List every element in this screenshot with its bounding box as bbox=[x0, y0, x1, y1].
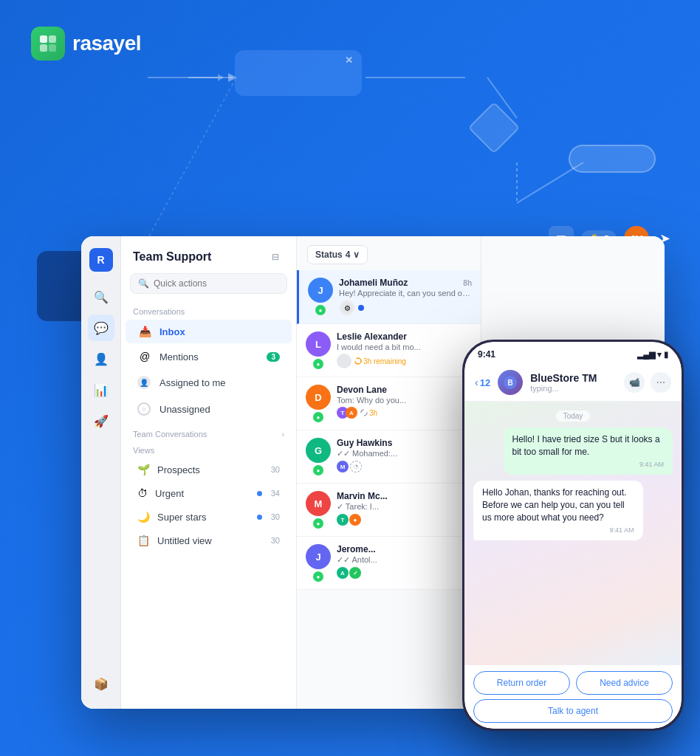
team-conversations-section[interactable]: Team Conversations › bbox=[121, 422, 296, 441]
conv-avatar: M bbox=[306, 491, 331, 516]
app-name: rasayel bbox=[72, 32, 141, 55]
collapse-button[interactable]: ⊟ bbox=[267, 248, 284, 266]
whatsapp-icon: ● bbox=[313, 571, 323, 582]
nav-apps[interactable]: 📦 bbox=[88, 670, 114, 697]
agent-avatars: T A bbox=[337, 407, 357, 419]
workspace-letter: R bbox=[97, 254, 104, 266]
conv-preview: Hey! Appreciate it, can you send over th… bbox=[339, 289, 472, 298]
talk-to-agent-button[interactable]: Talk to agent bbox=[473, 699, 673, 723]
team-chevron-icon: › bbox=[282, 430, 284, 439]
message-text: Hello Johan, thanks for reaching out. Be… bbox=[482, 487, 626, 523]
urgent-count: 34 bbox=[271, 489, 280, 498]
status-filter-button[interactable]: Status 4 ∨ bbox=[307, 245, 368, 264]
nav-contacts[interactable]: 👤 bbox=[88, 346, 114, 372]
conv-guy[interactable]: G ● Guy Hawkins ✓✓ Mohamed:... M ◔ bbox=[297, 430, 481, 484]
video-call-button[interactable]: 📹 bbox=[624, 372, 645, 393]
svg-line-2 bbox=[487, 78, 517, 118]
nav-inbox[interactable]: 📥 Inbox bbox=[126, 320, 292, 343]
conv-avatar: J bbox=[306, 544, 331, 569]
message-text: Hello! I have tried size S but it looks … bbox=[512, 434, 660, 457]
conv-info: Guy Hawkins ✓✓ Mohamed:... M ◔ bbox=[337, 438, 472, 475]
nav-campaigns[interactable]: 🚀 bbox=[88, 408, 114, 434]
chat-name-area: BlueStore TM typing... bbox=[530, 372, 617, 393]
phone-mockup: 9:41 ▂▄▆ ▾ ▮ ‹ 12 B BlueStore TM typing. bbox=[462, 340, 684, 731]
untitled-icon: 📋 bbox=[137, 535, 150, 546]
conv-avatar: G bbox=[306, 438, 331, 463]
more-options-button[interactable]: ⋯ bbox=[651, 372, 671, 393]
conv-johameli[interactable]: J ● Johameli Muñoz 8h Hey! Appreciate it… bbox=[297, 270, 481, 324]
view-superstars[interactable]: 🌙 Super stars 30 bbox=[126, 506, 292, 528]
mentions-icon: @ bbox=[137, 351, 152, 362]
timer-badge: 3h remaining bbox=[354, 357, 406, 365]
svg-rect-9 bbox=[49, 44, 56, 52]
agent-avatar: A bbox=[337, 567, 349, 579]
back-button[interactable]: ‹ 12 bbox=[475, 377, 490, 388]
return-order-button[interactable]: Return order bbox=[473, 671, 570, 695]
flow-arrow bbox=[188, 69, 225, 86]
conv-name-text: Guy Hawkins bbox=[337, 438, 392, 448]
status-chevron-icon: ∨ bbox=[353, 250, 360, 260]
battery-icon: ▮ bbox=[664, 350, 668, 360]
conv-info: Devon Lane Tom: Why do you... T A 3h bbox=[337, 385, 472, 422]
conv-footer: M ◔ bbox=[337, 461, 472, 472]
superstars-dot bbox=[257, 515, 262, 520]
svg-rect-7 bbox=[49, 35, 56, 43]
timer-circle: ◔ bbox=[350, 461, 362, 472]
conv-leslie[interactable]: L ● Leslie Alexander I would need a bit … bbox=[297, 324, 481, 377]
conv-footer: 3h remaining bbox=[337, 354, 472, 368]
nav-search[interactable]: 🔍 bbox=[88, 284, 114, 310]
prospects-icon: 🌱 bbox=[137, 464, 150, 475]
nav-unassigned[interactable]: ○ Unassigned bbox=[126, 396, 292, 422]
views-label: Views bbox=[121, 441, 296, 458]
view-prospects[interactable]: 🌱 Prospects 30 bbox=[126, 458, 292, 481]
search-box[interactable]: 🔍 bbox=[130, 273, 287, 294]
superstars-label: Super stars bbox=[157, 512, 250, 523]
superstars-icon: 🌙 bbox=[137, 511, 150, 523]
conv-jerome[interactable]: J ● Jerome... ✓✓ Antol... A ✓ bbox=[297, 537, 481, 590]
view-untitled[interactable]: 📋 Untitled view 30 bbox=[126, 529, 292, 551]
unread-indicator bbox=[358, 305, 364, 311]
logo-area: rasayel bbox=[31, 27, 141, 61]
need-advice-button[interactable]: Need advice bbox=[576, 671, 673, 695]
conv-name-text: Marvin Mc... bbox=[337, 491, 388, 501]
flow-node-diamond1 bbox=[468, 102, 521, 154]
conv-marvin[interactable]: M ● Marvin Mc... ✓ Tarek: I... T ● bbox=[297, 484, 481, 537]
view-urgent[interactable]: ⏱ Urgent 34 bbox=[126, 482, 292, 504]
agent-avatar: T bbox=[337, 514, 349, 526]
untitled-count: 30 bbox=[271, 536, 280, 545]
timer-badge: 3h bbox=[360, 409, 377, 417]
conv-footer: T ● bbox=[337, 514, 472, 526]
status-count: 4 bbox=[346, 250, 351, 260]
agent-avatars: M ◔ bbox=[337, 461, 362, 472]
conv-info: Jerome... ✓✓ Antol... A ✓ bbox=[337, 544, 472, 582]
whatsapp-icon: ● bbox=[313, 518, 323, 529]
nav-conversations[interactable]: 💬 bbox=[88, 315, 114, 341]
status-label: Status bbox=[315, 250, 343, 260]
prospects-label: Prospects bbox=[157, 464, 264, 475]
whatsapp-icon: ● bbox=[315, 305, 326, 315]
nav-assigned-to-me[interactable]: 👤 Assigned to me bbox=[126, 370, 292, 395]
whatsapp-icon: ● bbox=[313, 465, 323, 475]
conv-info: Johameli Muñoz 8h Hey! Appreciate it, ca… bbox=[339, 278, 472, 316]
phone-time: 9:41 bbox=[478, 349, 495, 360]
conv-footer: ⚙ bbox=[339, 300, 472, 316]
assigned-icon: 👤 bbox=[137, 376, 152, 389]
flow-node-close: ✕ bbox=[235, 50, 362, 96]
svg-rect-6 bbox=[40, 35, 47, 43]
conv-avatar: J bbox=[308, 278, 333, 303]
conv-avatar: D bbox=[306, 385, 331, 410]
search-input[interactable] bbox=[154, 278, 279, 289]
workspace-badge[interactable]: R bbox=[89, 248, 113, 272]
inbox-label: Inbox bbox=[159, 326, 280, 337]
nav-reports[interactable]: 📊 bbox=[88, 377, 114, 403]
svg-point-14 bbox=[361, 410, 367, 416]
conversation-list-panel: Status 4 ∨ J ● Johameli Muñoz 8h Hey! Ap… bbox=[297, 236, 481, 709]
conv-devon[interactable]: D ● Devon Lane Tom: Why do you... T A bbox=[297, 377, 481, 430]
agent-avatar-2: A bbox=[346, 407, 357, 419]
signal-bars: ▂▄▆ bbox=[637, 350, 655, 360]
quick-reply-area: Return order Need advice Talk to agent bbox=[464, 665, 682, 729]
panel-header: Team Support ⊟ bbox=[121, 236, 296, 273]
nav-mentions[interactable]: @ Mentions 3 bbox=[126, 345, 292, 368]
urgent-label: Urgent bbox=[155, 488, 250, 499]
unassigned-icon: ○ bbox=[137, 402, 152, 416]
